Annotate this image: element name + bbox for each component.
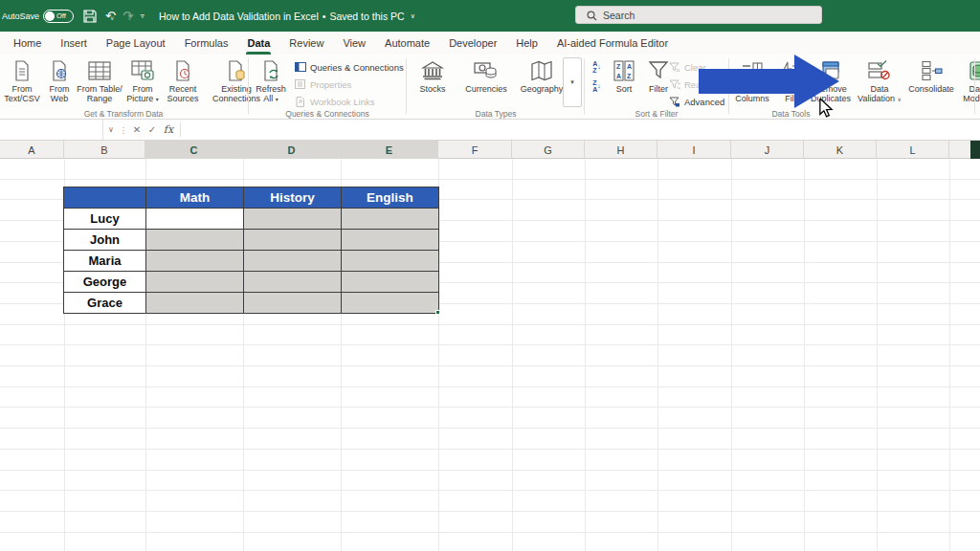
cell-maria-history[interactable]	[244, 251, 342, 272]
customize-qat-icon[interactable]: ▿	[141, 12, 145, 20]
filter-label: Filter	[649, 84, 668, 94]
fill-handle[interactable]	[435, 310, 440, 315]
from-picture-label: From Picture ▾	[122, 84, 163, 103]
table-header-corner[interactable]	[64, 187, 146, 209]
row-label-maria[interactable]: Maria	[64, 251, 146, 272]
column-headers: ABCDEFGHIJKL	[0, 141, 980, 159]
tab-view[interactable]: View	[333, 32, 375, 55]
cell-grace-history[interactable]	[244, 293, 342, 314]
name-box-dropdown-icon[interactable]: ∨	[104, 120, 118, 140]
consolidate-button[interactable]: Consolidate	[904, 56, 958, 94]
group-divider	[584, 58, 585, 114]
sort-label: Sort	[616, 84, 633, 94]
column-header-h[interactable]: H	[585, 141, 657, 159]
cell-john-history[interactable]	[244, 230, 342, 251]
tab-formulas[interactable]: Formulas	[175, 32, 238, 55]
row-label-george[interactable]: George	[64, 272, 146, 293]
advanced-filter-icon	[668, 97, 680, 107]
queries-connections-label: Queries & Connections	[310, 62, 404, 73]
save-icon[interactable]	[83, 10, 97, 23]
group-divider	[974, 58, 975, 114]
column-header-f[interactable]: F	[438, 141, 512, 159]
cell-george-math[interactable]	[146, 272, 244, 293]
column-header-a[interactable]: A	[0, 141, 64, 159]
tab-data[interactable]: Data	[237, 32, 279, 55]
table-header-english[interactable]: English	[342, 187, 439, 209]
consolidate-label: Consolidate	[908, 84, 954, 94]
tab-insert[interactable]: Insert	[51, 32, 97, 55]
tab-review[interactable]: Review	[279, 32, 333, 55]
table-header-math[interactable]: Math	[146, 187, 244, 209]
data-model-button[interactable]: Data Model ∨	[958, 56, 980, 103]
queries-connections-icon	[294, 62, 306, 72]
cell-lucy-history[interactable]	[244, 209, 342, 230]
row-label-john[interactable]: John	[64, 230, 146, 251]
geography-button[interactable]: Geography	[517, 56, 567, 94]
from-picture-button[interactable]: From Picture ▾	[122, 56, 163, 103]
tab-ai-aided-formula-editor[interactable]: AI-aided Formula Editor	[547, 32, 678, 55]
insert-function-icon[interactable]: fx	[161, 120, 176, 140]
autosave-toggle[interactable]: Off	[43, 10, 74, 23]
column-header-i[interactable]: I	[657, 141, 731, 159]
autosave-control[interactable]: AutoSave Off	[2, 10, 74, 23]
formula-input[interactable]	[182, 120, 980, 140]
column-header-g[interactable]: G	[512, 141, 585, 159]
group-label-queries: Queries & Connections	[250, 109, 405, 119]
currencies-label: Currencies	[465, 84, 507, 94]
currencies-button[interactable]: Currencies	[459, 56, 513, 94]
stocks-button[interactable]: Stocks	[412, 56, 454, 94]
cell-lucy-english[interactable]	[342, 209, 439, 230]
row-label-lucy[interactable]: Lucy	[64, 209, 146, 230]
column-header-b[interactable]: B	[64, 141, 145, 159]
data-table[interactable]: MathHistoryEnglishLucyJohnMariaGeorgeGra…	[63, 187, 439, 314]
search-input[interactable]: Search	[575, 6, 822, 24]
cell-grace-english[interactable]	[342, 293, 439, 314]
data-validation-button[interactable]: Data Validation ∨	[855, 56, 904, 103]
row-label-grace[interactable]: Grace	[64, 293, 146, 314]
quick-access-toolbar: ↶∨ ↷∨ ▿	[83, 10, 145, 23]
tab-developer[interactable]: Developer	[439, 32, 506, 55]
queries-connections-button[interactable]: Queries & Connections	[294, 58, 404, 76]
name-box[interactable]	[0, 120, 103, 140]
from-web-icon	[50, 58, 69, 83]
sort-button[interactable]: ZAAZ Sort	[609, 56, 639, 94]
from-web-label: From Web	[42, 84, 77, 103]
from-table-range-label: From Table/ Range	[77, 84, 122, 103]
cell-lucy-math[interactable]	[146, 209, 244, 230]
document-title[interactable]: How to Add Data Validation in Excel • Sa…	[159, 0, 415, 32]
from-text-csv-button[interactable]: From Text/CSV	[2, 56, 42, 103]
tab-automate[interactable]: Automate	[375, 32, 439, 55]
cell-maria-english[interactable]	[342, 251, 439, 272]
cell-george-english[interactable]	[342, 272, 439, 293]
gridline-vertical	[804, 159, 805, 551]
column-header-l[interactable]: L	[877, 141, 949, 159]
cell-john-math[interactable]	[146, 230, 244, 251]
undo-icon[interactable]: ↶∨	[105, 10, 114, 22]
column-header-e[interactable]: E	[341, 141, 438, 159]
enter-icon[interactable]: ✓	[145, 120, 159, 140]
column-header-d[interactable]: D	[243, 141, 341, 159]
from-web-button[interactable]: From Web	[42, 56, 77, 103]
properties-icon	[294, 79, 306, 89]
tab-help[interactable]: Help	[506, 32, 547, 55]
table-header-history[interactable]: History	[244, 187, 342, 209]
toggle-knob-icon	[45, 11, 55, 21]
sort-ascending-button[interactable]: AZ↓	[588, 58, 606, 75]
sort-descending-button[interactable]: ZA↓	[588, 77, 606, 94]
cell-maria-math[interactable]	[146, 251, 244, 272]
refresh-all-button[interactable]: Refresh All ▾	[252, 56, 290, 103]
cell-george-history[interactable]	[244, 272, 342, 293]
tab-home[interactable]: Home	[4, 32, 51, 55]
column-header-k[interactable]: K	[804, 141, 877, 159]
column-header-j[interactable]: J	[731, 141, 804, 159]
group-divider	[248, 58, 249, 114]
group-queries-connections: Refresh All ▾ Queries & Connections Prop…	[250, 55, 405, 120]
cancel-icon[interactable]: ✕	[130, 120, 144, 140]
recent-sources-button[interactable]: Recent Sources	[163, 56, 203, 103]
cell-grace-math[interactable]	[146, 293, 244, 314]
data-types-gallery-button[interactable]: ▾	[563, 57, 582, 107]
column-header-c[interactable]: C	[145, 141, 243, 159]
tab-page-layout[interactable]: Page Layout	[97, 32, 175, 55]
from-table-range-button[interactable]: From Table/ Range	[77, 56, 122, 103]
cell-john-english[interactable]	[342, 230, 439, 251]
